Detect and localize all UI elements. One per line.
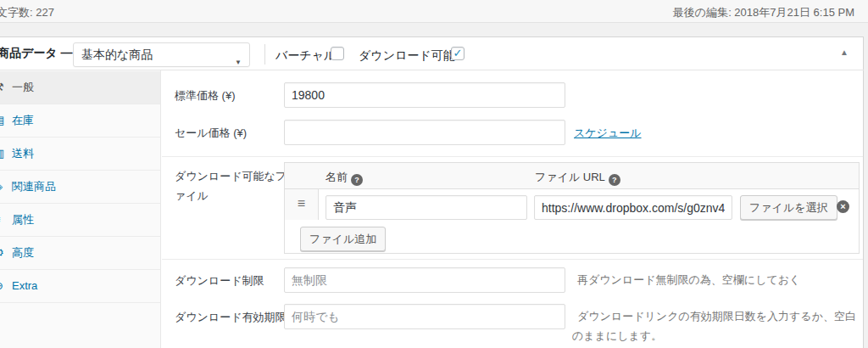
group-separator [162,259,863,260]
file-url-input[interactable] [534,195,732,220]
panel-title: 商品データ — [0,46,73,61]
group-separator [162,156,863,157]
collapse-panel-button[interactable]: ▲ [833,42,855,64]
downloadable-files-table: 名前? ファイル URL? ≡ ファイルを選択 × ファイル追加 [284,162,860,254]
product-data-screen: 文字数: 227 最後の編集: 2018年7月21日 6:15 PM 商品データ… [0,0,868,348]
download-expiry-description: ダウンロードリンクの有効期限日数を入力するか、空白 のままにします。 [572,306,856,345]
regular-price-label: 標準価格 (¥) [175,88,236,104]
last-edited: 最後の編集: 2018年7月21日 6:15 PM [673,5,854,20]
files-table-header: 名前? ファイル URL? [285,163,859,189]
sale-price-label: セール価格 (¥) [175,126,247,141]
downloadable-checkbox[interactable]: ✓ [451,47,465,60]
tab-advanced[interactable]: ⚙ 高度 [0,237,160,270]
collapse-arrow-icon: ▲ [840,48,849,57]
drag-handle[interactable]: ≡ [285,189,319,220]
clipboard-icon: ▤ [0,104,7,137]
gear-icon: ⚙ [0,237,7,269]
tab-extra[interactable]: ⊕ Extra [0,270,160,303]
list-icon: ≡ [0,204,7,236]
downloadable-files-label: ダウンロード可能なファイル [175,166,298,205]
tab-attributes[interactable]: ≡ 属性 [0,204,160,237]
download-limit-description: 再ダウンロード無制限の為、空欄にしておく [577,272,800,288]
column-url-header: ファイル URL? [535,170,620,186]
product-type-select[interactable]: 基本的な商品 ▼ [73,42,250,67]
file-name-input[interactable] [326,195,527,220]
column-name-header: 名前? [326,170,363,186]
product-data-tabs-sidebar: ⚒ 一般 ▤ 在庫 ▥ 送料 ◈ 関連商品 ≡ 属性 ⚙ 高度 [0,70,161,348]
download-limit-label: ダウンロード制限 [175,273,264,289]
add-file-button[interactable]: ファイル追加 [300,227,386,251]
download-limit-input[interactable] [284,267,565,293]
link-icon: ◈ [0,171,7,203]
help-icon[interactable]: ? [609,174,620,186]
tab-general[interactable]: ⚒ 一般 [0,71,160,104]
download-expiry-label: ダウンロード有効期限 [175,310,287,325]
wrench-icon: ⚒ [0,71,7,104]
sale-price-input[interactable] [284,120,565,145]
help-icon[interactable]: ? [351,174,363,186]
tab-shipping[interactable]: ▥ 送料 [0,138,160,171]
tab-linked-products[interactable]: ◈ 関連商品 [0,171,160,204]
header-divider [264,44,265,65]
download-expiry-input[interactable] [284,304,565,329]
regular-price-input[interactable] [284,82,565,108]
virtual-checkbox[interactable] [331,47,344,60]
tab-inventory[interactable]: ▤ 在庫 [0,104,160,138]
checkmark-icon: ✓ [453,47,463,59]
downloadable-label: ダウンロード可能: [359,48,459,64]
word-count: 文字数: 227 [0,5,54,20]
truck-icon: ▥ [0,138,7,170]
virtual-label: バーチャル: [275,48,339,64]
product-type-value: 基本的な商品 [81,48,153,61]
delete-file-icon[interactable]: × [837,200,849,213]
plus-icon: ⊕ [0,270,7,302]
tabs-list: ⚒ 一般 ▤ 在庫 ▥ 送料 ◈ 関連商品 ≡ 属性 ⚙ 高度 [0,71,160,303]
choose-file-button[interactable]: ファイルを選択 [740,195,837,220]
drag-handle-icon: ≡ [298,196,305,210]
x-icon: × [840,201,845,211]
schedule-link[interactable]: スケジュール [574,126,642,141]
